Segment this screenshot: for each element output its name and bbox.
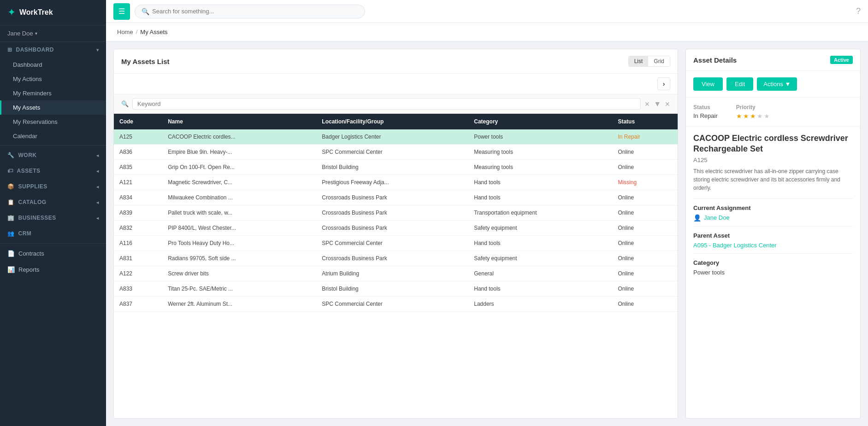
table-row[interactable]: A837 Werner 2ft. Aluminum St... SPC Comm… [114,297,678,312]
keyword-search-box [132,98,641,110]
sidebar-section-dashboard[interactable]: ⊞ Dashboard ▾ [0,42,106,58]
businesses-chevron-icon: ◂ [96,216,99,221]
view-button[interactable]: View [693,77,723,91]
cell-code: A837 [114,297,162,312]
sidebar-logo: ✦ WorkTrek [0,0,106,25]
supplies-icon: 📦 [7,183,15,190]
catalog-chevron-icon: ◂ [96,200,99,205]
asset-title: CACOOP Electric cordless Screwdriver Rec… [693,133,853,155]
businesses-icon: 🏢 [7,215,15,221]
keyword-input[interactable] [137,100,636,107]
details-header: Asset Details Active [686,49,860,71]
table-row[interactable]: A833 Titan 25-Pc. SAE/Metric ... Bristol… [114,281,678,297]
user-chevron-icon: ▾ [35,31,37,36]
assets-panel-header: My Assets List List Grid [114,49,678,74]
cell-name: PIP 8400/L, West Chester... [162,221,316,236]
sidebar-section-businesses[interactable]: 🏢 Businesses ◂ [0,210,106,226]
sidebar-user[interactable]: Jane Doe ▾ [0,25,106,42]
sidebar-section-assets[interactable]: 🏷 Assets ◂ [0,163,106,179]
sidebar-item-calendar[interactable]: Calendar [0,129,106,143]
view-list-button[interactable]: List [629,56,649,66]
cell-code: A833 [114,281,162,297]
dashboard-chevron-icon: ▾ [96,47,99,53]
sidebar-item-my-reminders[interactable]: My Reminders [0,86,106,100]
cell-code: A835 [114,160,162,175]
priority-field: Priority ★ ★ ★ ★ ★ [736,104,770,120]
sidebar-section-supplies[interactable]: 📦 Supplies ◂ [0,179,106,194]
cell-code: A839 [114,205,162,221]
star-2: ★ [743,112,749,120]
sidebar-section-work[interactable]: 🔧 Work ◂ [0,147,106,163]
sidebar-item-my-actions[interactable]: My Actions [0,72,106,86]
cell-location: Atrium Building [316,266,468,281]
actions-button[interactable]: Actions ▼ [757,77,797,91]
table-row[interactable]: A125 CACOOP Electric cordles... Badger L… [114,129,678,145]
assets-icon: 🏷 [7,168,13,174]
main-area: ☰ 🔍 ? Home / My Assets My Assets List Li… [106,0,868,426]
table-row[interactable]: A835 Grip On 100-Ft. Open Re... Bristol … [114,160,678,175]
table-row[interactable]: A122 Screw driver bits Atrium Building G… [114,266,678,281]
cell-name: Milwaukee Combination ... [162,190,316,205]
cell-status: Online [612,266,678,281]
sidebar-section-crm[interactable]: 👥 CRM [0,226,106,241]
col-code: Code [114,114,162,129]
view-grid-button[interactable]: Grid [648,56,670,66]
assets-list-title: My Assets List [121,58,169,65]
breadcrumb-home[interactable]: Home [117,29,133,35]
supplies-label: Supplies [18,183,47,190]
filter-row: 🔍 ✕ ▼ ✕ [114,94,678,114]
clear-filter-button[interactable]: ✕ [665,100,670,108]
reports-icon: 📊 [7,266,15,273]
table-row[interactable]: A831 Radians 99705, Soft side ... Crossr… [114,251,678,266]
category-value: Power tools [693,269,853,276]
topbar: ☰ 🔍 ? [106,0,868,23]
search-icon: 🔍 [142,8,149,15]
status-badge: Active [830,56,853,64]
sidebar-item-my-reservations[interactable]: My Reservations [0,115,106,129]
sidebar-item-label: My Reservations [13,118,58,125]
sidebar-section-catalog[interactable]: 📋 Catalog ◂ [0,194,106,210]
cell-location: Prestigious Freeway Adja... [316,175,468,190]
table-row[interactable]: A834 Milwaukee Combination ... Crossroad… [114,190,678,205]
businesses-label: Businesses [18,215,56,221]
table-row[interactable]: A836 Empire Blue 9in. Heavy-... SPC Comm… [114,145,678,160]
cell-name: Werner 2ft. Aluminum St... [162,297,316,312]
catalog-icon: 📋 [7,199,15,205]
dashboard-icon: ⊞ [7,47,12,53]
assets-label: Assets [17,168,41,174]
table-row[interactable]: A839 Pallet truck with scale, w... Cross… [114,205,678,221]
table-header-row: Code Name Location/Facility/Group Catego… [114,114,678,129]
search-input[interactable] [152,8,358,15]
sidebar-item-contracts[interactable]: 📄 Contracts [0,245,106,262]
priority-stars: ★ ★ ★ ★ ★ [736,112,770,120]
star-4: ★ [757,112,763,120]
col-category: Category [468,114,612,129]
cell-name: Screw driver bits [162,266,316,281]
cell-category: Safety equipment [468,221,612,236]
clear-keyword-button[interactable]: ✕ [644,100,650,108]
cell-status: Online [612,281,678,297]
details-title: Asset Details [693,56,737,64]
view-toggle: List Grid [628,56,670,67]
sidebar-item-reports[interactable]: 📊 Reports [0,262,106,278]
table-row[interactable]: A116 Pro Tools Heavy Duty Ho... SPC Comm… [114,236,678,251]
sidebar-item-label: My Actions [13,76,42,82]
cell-location: SPC Commercial Center [316,236,468,251]
filter-button[interactable]: ▼ [654,100,661,108]
sidebar-item-dashboard[interactable]: Dashboard [0,58,106,72]
person-icon: 👤 [693,214,701,222]
expand-button[interactable]: › [657,77,670,90]
cell-code: A836 [114,145,162,160]
sidebar: ✦ WorkTrek Jane Doe ▾ ⊞ Dashboard ▾ Dash… [0,0,106,426]
menu-button[interactable]: ☰ [113,3,130,20]
cell-status: Online [612,190,678,205]
table-row[interactable]: A832 PIP 8400/L, West Chester... Crossro… [114,221,678,236]
table-row[interactable]: A121 Magnetic Screwdriver, C... Prestigi… [114,175,678,190]
sidebar-item-my-assets[interactable]: My Assets [0,100,106,115]
cell-code: A116 [114,236,162,251]
help-icon[interactable]: ? [856,6,861,16]
assigned-user[interactable]: 👤 Jane Doe [693,214,853,222]
edit-button[interactable]: Edit [726,77,753,91]
parent-asset-link[interactable]: A095 - Badger Logistics Center [693,242,853,249]
search-box: 🔍 [135,5,365,18]
